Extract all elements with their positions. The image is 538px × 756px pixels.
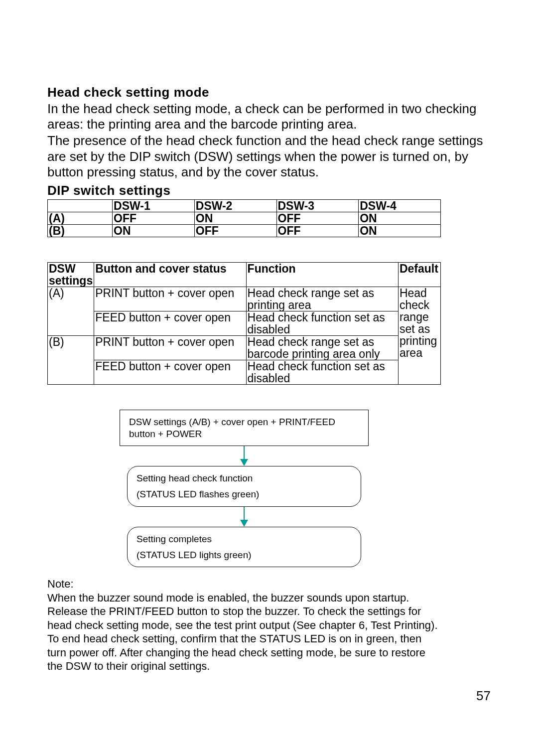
table-cell: Head check function set as disabled	[246, 360, 398, 384]
table-cell: FEED button + cover open	[94, 360, 246, 384]
table-cell: (A)	[48, 212, 113, 224]
table-header: DSW settings	[48, 262, 94, 287]
table-cell: Head check range set as printing area	[398, 287, 440, 384]
flow-step-line: (STATUS LED flashes green)	[136, 488, 352, 500]
note-label: Note:	[47, 577, 441, 591]
note-paragraph: When the buzzer sound mode is enabled, t…	[47, 591, 441, 632]
table-row: (A) OFF ON OFF ON	[48, 212, 441, 224]
table-cell: ON	[113, 224, 195, 237]
table-header: DSW-2	[194, 199, 276, 212]
table-cell: Head check range set as printing area	[246, 287, 398, 311]
svg-marker-3	[240, 520, 248, 527]
table-cell: FEED button + cover open	[94, 311, 246, 335]
note-block: Note: When the buzzer sound mode is enab…	[47, 577, 441, 673]
table-cell: OFF	[276, 212, 359, 224]
table-cell: ON	[359, 212, 441, 224]
flow-step-3: Setting completes (STATUS LED lights gre…	[127, 527, 361, 568]
table-row: FEED button + cover open Head check func…	[48, 311, 441, 335]
flow-step-line: Setting completes	[136, 533, 352, 545]
note-paragraph: To end head check setting, confirm that …	[47, 632, 441, 673]
svg-marker-1	[240, 459, 248, 466]
flow-step-2: Setting head check function (STATUS LED …	[127, 466, 361, 507]
table-row: (A) PRINT button + cover open Head check…	[48, 287, 441, 311]
table-cell: (B)	[48, 224, 113, 237]
table-header: DSW-1	[113, 199, 195, 212]
table-cell: ON	[359, 224, 441, 237]
flow-step-1: DSW settings (A/B) + cover open + PRINT/…	[120, 410, 369, 447]
table-cell: PRINT button + cover open	[94, 287, 246, 311]
table-cell: Head check range set as barcode printing…	[246, 335, 398, 360]
table-header: Default	[398, 262, 440, 287]
function-table: DSW settings Button and cover status Fun…	[47, 262, 441, 385]
flow-diagram: DSW settings (A/B) + cover open + PRINT/…	[47, 410, 441, 568]
table-cell: OFF	[276, 224, 359, 237]
flow-step-line: Setting head check function	[136, 472, 352, 484]
table-header	[48, 199, 113, 212]
table-cell: OFF	[194, 224, 276, 237]
table-row: DSW-1 DSW-2 DSW-3 DSW-4	[48, 199, 441, 212]
heading-dip-switch: DIP switch settings	[47, 183, 491, 198]
table-cell: (B)	[48, 335, 94, 384]
table-cell: ON	[194, 212, 276, 224]
flow-step-line: (STATUS LED lights green)	[136, 549, 352, 561]
table-cell: (A)	[48, 287, 94, 335]
table-row: (B) ON OFF OFF ON	[48, 224, 441, 237]
table-row: (B) PRINT button + cover open Head check…	[48, 335, 441, 360]
arrow-down-icon	[239, 446, 249, 466]
table-header: DSW-3	[276, 199, 359, 212]
table-cell: OFF	[113, 212, 195, 224]
table-header: DSW-4	[359, 199, 441, 212]
paragraph: In the head check setting mode, a check …	[47, 101, 491, 132]
page: Head check setting mode In the head chec…	[0, 0, 538, 756]
paragraph: The presence of the head check function …	[47, 133, 491, 180]
arrow-down-icon	[239, 507, 249, 527]
table-cell: Head check function set as disabled	[246, 311, 398, 335]
table-row: DSW settings Button and cover status Fun…	[48, 262, 441, 287]
table-cell: PRINT button + cover open	[94, 335, 246, 360]
heading-head-check: Head check setting mode	[47, 85, 491, 100]
table-header: Button and cover status	[94, 262, 246, 287]
table-header: Function	[246, 262, 398, 287]
dip-switch-table: DSW-1 DSW-2 DSW-3 DSW-4 (A) OFF ON OFF O…	[47, 199, 441, 237]
table-row: FEED button + cover open Head check func…	[48, 360, 441, 384]
page-number: 57	[476, 688, 491, 704]
